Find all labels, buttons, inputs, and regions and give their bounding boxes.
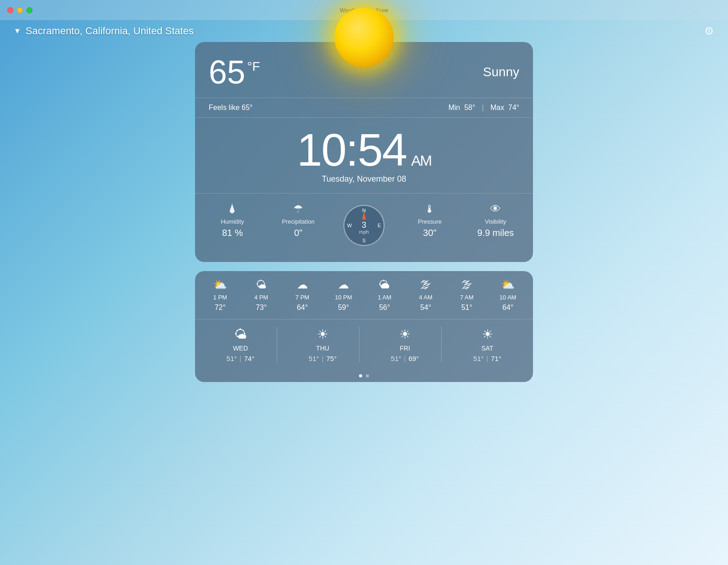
pressure-value: 30" <box>423 228 436 238</box>
hour-temp: 72° <box>215 303 226 312</box>
hourly-row: ⛅ 1 PM 72° 🌤 4 PM 73° ☁ 7 PM 64° ☁ 10 PM… <box>195 271 533 319</box>
day-max: 71° <box>491 355 501 362</box>
sun-graphic <box>323 0 405 78</box>
day-temp-divider: | <box>486 355 488 362</box>
hour-temp: 64° <box>502 303 513 312</box>
hour-temp: 54° <box>420 303 431 312</box>
daily-item: ☀ THU 51° | 75° <box>286 327 359 362</box>
hourly-item: 🌥 1 AM 56° <box>366 278 403 312</box>
hour-icon: ☁ <box>338 278 349 291</box>
day-temp-divider: | <box>240 355 242 362</box>
time-value: 10:54 <box>297 124 406 175</box>
compass-circle: N S E W 3 mph <box>343 205 385 246</box>
visibility-label: Visibility <box>485 218 506 225</box>
wind-stat: N S E W 3 mph <box>341 203 387 248</box>
hour-time: 4 PM <box>254 294 268 301</box>
pagination-dot[interactable] <box>366 374 369 377</box>
humidity-stat: 🌢 Humidity 81 % <box>210 203 255 238</box>
max-label: Max <box>491 104 504 111</box>
hour-time: 10 AM <box>500 294 517 301</box>
day-name: WED <box>233 345 248 352</box>
day-name: FRI <box>400 345 410 352</box>
condition-label: Sunny <box>483 56 519 79</box>
hour-icon: ⛅ <box>213 278 227 291</box>
hourly-item: 🌫 4 AM 54° <box>407 278 444 312</box>
compass-west: W <box>347 223 352 228</box>
forecast-card: ⛅ 1 PM 72° 🌤 4 PM 73° ☁ 7 PM 64° ☁ 10 PM… <box>195 271 533 382</box>
day-name: THU <box>316 345 329 352</box>
daily-row: 🌤 WED 51° | 74° ☀ THU 51° | 75° ☀ FRI 51… <box>195 319 533 370</box>
maximize-button[interactable] <box>26 7 32 13</box>
hour-time: 10 PM <box>335 294 352 301</box>
hour-time: 7 PM <box>295 294 309 301</box>
precipitation-value: 0" <box>294 228 302 238</box>
stats-row: 🌢 Humidity 81 % ☂ Precipitation 0" N S E… <box>195 194 533 262</box>
day-min: 51° <box>309 355 319 362</box>
day-icon: ☀ <box>317 327 328 342</box>
day-name: SAT <box>481 345 493 352</box>
feels-like-row: Feels like 65° Min 58° | Max 74° <box>195 98 533 118</box>
date-display: Tuesday, November 08 <box>209 174 519 188</box>
hour-temp: 59° <box>338 303 349 312</box>
day-icon: 🌤 <box>234 327 247 342</box>
hour-icon: ☁ <box>297 278 308 291</box>
compass-south: S <box>362 238 365 243</box>
day-temps: 51° | 69° <box>391 355 419 362</box>
precipitation-stat: ☂ Precipitation 0" <box>275 203 321 238</box>
temperature-unit: °F <box>247 59 260 74</box>
compass-needle <box>362 211 366 220</box>
pagination-dot[interactable] <box>359 374 362 377</box>
sun-icon <box>334 8 394 67</box>
window-controls <box>7 7 32 13</box>
hour-icon: ⛅ <box>501 278 515 291</box>
visibility-icon: 👁 <box>490 203 501 215</box>
location-dropdown-icon[interactable]: ▼ <box>14 27 21 35</box>
temperature-value: 65 <box>209 56 245 89</box>
hourly-item: ☁ 10 PM 59° <box>325 278 362 312</box>
day-temps: 51° | 71° <box>473 355 501 362</box>
day-max: 69° <box>408 355 419 362</box>
time-display: 10:54AM <box>209 127 519 173</box>
pressure-label: Pressure <box>418 218 442 225</box>
day-temp-divider: | <box>404 355 406 362</box>
pressure-stat: 🌡 Pressure 30" <box>407 203 453 238</box>
compass-container: N S E W 3 mph <box>341 203 387 248</box>
hour-time: 7 AM <box>460 294 474 301</box>
humidity-icon: 🌢 <box>227 203 238 215</box>
visibility-value: 9.9 miles <box>477 228 514 238</box>
hour-temp: 64° <box>297 303 308 312</box>
hour-icon: 🌤 <box>256 278 267 291</box>
hourly-item: ⛅ 1 PM 72° <box>202 278 238 312</box>
hourly-item: 🌤 4 PM 73° <box>243 278 280 312</box>
max-value: 74° <box>508 104 519 111</box>
min-max-display: Min 58° | Max 74° <box>448 104 519 112</box>
compass-east: E <box>378 223 381 228</box>
minimize-button[interactable] <box>17 7 23 13</box>
daily-item: 🌤 WED 51° | 74° <box>204 327 277 362</box>
hour-time: 1 PM <box>213 294 227 301</box>
hour-temp: 51° <box>461 303 472 312</box>
pagination <box>195 370 533 382</box>
day-max: 74° <box>244 355 254 362</box>
precipitation-icon: ☂ <box>293 203 303 215</box>
close-button[interactable] <box>7 7 13 13</box>
humidity-value: 81 % <box>222 228 243 238</box>
day-max: 75° <box>326 355 337 362</box>
hourly-item: 🌫 7 AM 51° <box>448 278 485 312</box>
weather-card: 65 °F Sunny Feels like 65° Min 58° | Max… <box>195 42 533 262</box>
humidity-label: Humidity <box>221 218 244 225</box>
hour-temp: 56° <box>379 303 390 312</box>
min-label: Min <box>448 104 460 111</box>
feels-like-text: Feels like 65° <box>209 104 253 112</box>
min-max-divider: | <box>482 104 486 111</box>
wind-speed-value: 3 <box>362 221 366 229</box>
hour-icon: 🌫 <box>420 278 431 291</box>
settings-icon[interactable]: ⚙ <box>704 25 714 37</box>
day-icon: ☀ <box>399 327 411 342</box>
day-min: 51° <box>391 355 401 362</box>
hour-time: 1 AM <box>378 294 391 301</box>
hour-time: 4 AM <box>419 294 433 301</box>
daily-item: ☀ FRI 51° | 69° <box>369 327 442 362</box>
visibility-stat: 👁 Visibility 9.9 miles <box>473 203 518 238</box>
precipitation-label: Precipitation <box>282 218 315 225</box>
